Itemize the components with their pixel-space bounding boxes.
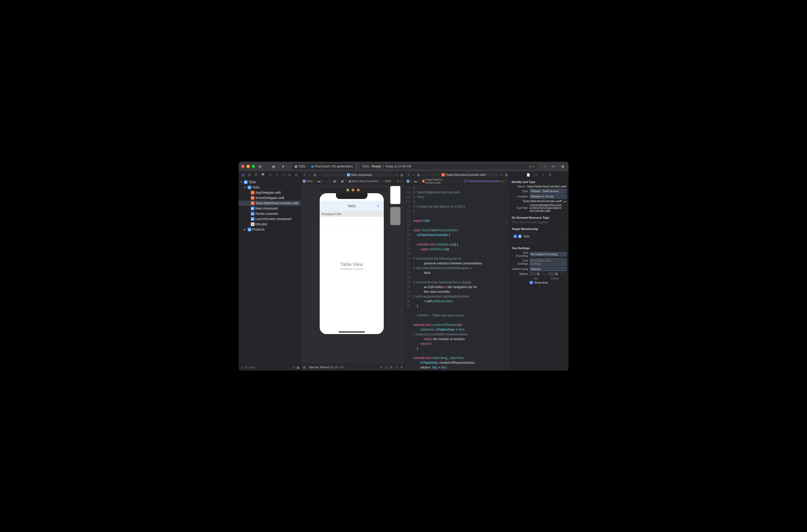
forward-icon[interactable]: › <box>426 173 427 177</box>
scheme-selector[interactable]: ▦ ToDo 〉 ▣ iPod touch (7th generation) <box>292 164 355 170</box>
embed-icon[interactable]: ⬇ <box>400 366 403 369</box>
code-review-icon[interactable]: ⇄ <box>550 164 557 169</box>
close-tab-icon[interactable]: ✕ <box>407 173 409 177</box>
library-button[interactable]: ＋ <box>541 164 548 169</box>
forward-icon[interactable]: › <box>322 173 323 177</box>
file-assets[interactable]: ▬Assets.xcassets <box>239 211 301 216</box>
close-tab-icon[interactable]: ✕ <box>303 173 306 177</box>
document-outline-minimap[interactable] <box>390 186 403 225</box>
tab-mainstoryboard[interactable]: ▦ Main.storyboard <box>325 173 393 176</box>
notch-icon <box>336 193 367 199</box>
jumpbar-left[interactable]: ▦ ToDo〉 ▬〉…〉▦〉▦〉 ▦ Root View Controller〉… <box>301 178 405 184</box>
titlebar: ◧ ▶ ■ ▦ ToDo 〉 ▣ iPod touch (7th generat… <box>239 162 569 172</box>
code-text[interactable]: // // TasksTableViewController.swift // … <box>412 184 498 370</box>
test-nav-icon[interactable]: ◇ <box>276 173 278 177</box>
expand-icon[interactable]: ⤢ <box>412 173 415 177</box>
debug-nav-icon[interactable]: ⬡ <box>282 173 285 177</box>
related-icon[interactable]: ▦ <box>417 173 420 177</box>
file-taskstable[interactable]: ⟡TasksTableViewController.swift <box>239 201 301 206</box>
encoding-select[interactable]: No Explicit Encoding⌃⌄ <box>530 252 566 256</box>
indent-select[interactable]: Spaces⌃⌄ <box>530 267 566 271</box>
ondemand-section: On Demand Resource Tags Only resources a… <box>510 214 569 226</box>
symbol-nav-icon[interactable]: ☰ <box>254 173 257 177</box>
find-nav-icon[interactable]: 🔍 <box>261 173 265 177</box>
tab-taskstable[interactable]: ⟡ TasksTableViewController.swift <box>429 173 498 176</box>
file-infoplist[interactable]: ≡Info.plist <box>239 222 301 227</box>
editor-opts-icon[interactable]: ≡ <box>396 173 397 177</box>
tabbar-left: ✕ ⤢ ▦ ‹ › ▦ Main.storyboard ≡ ◨ <box>301 172 405 178</box>
status-time: Today at 12:46 PM <box>385 165 411 168</box>
scm-icon[interactable]: ▣ <box>296 366 300 369</box>
navigator-selector: ▤ ⧉ ☰ 🔍 ⚠ ◇ ⬡ ➤ ☰ <box>239 172 301 178</box>
view-as-button[interactable]: View as: iPhone 11 (wC hR) <box>309 366 345 369</box>
attributes-inspector-icon[interactable]: ☰ <box>549 173 552 177</box>
stop-button[interactable]: ■ <box>280 164 287 169</box>
back-icon[interactable]: ‹ <box>319 173 320 177</box>
folder-todo[interactable]: ▼▬ToDo <box>239 185 301 190</box>
window-body: ▤ ⧉ ☰ 🔍 ⚠ ◇ ⬡ ➤ ☰ ▼▦ToDo ▼▬ToDo ⟡AppDele… <box>239 172 569 370</box>
home-indicator-icon <box>339 331 365 332</box>
folder-icon[interactable]: ▬ <box>563 200 566 203</box>
navigator: ▤ ⧉ ☰ 🔍 ⚠ ◇ ⬡ ➤ ☰ ▼▦ToDo ▼▬ToDo ⟡AppDele… <box>239 172 301 370</box>
project-navigator-icon[interactable]: ▤ <box>242 173 245 177</box>
help-inspector-icon[interactable]: ? <box>542 173 544 176</box>
ib-canvas[interactable]: ToDo ＋ Prototype Cells Table View Protot… <box>301 184 405 370</box>
report-nav-icon[interactable]: ☰ <box>295 173 298 177</box>
history-inspector-icon[interactable]: ◷ <box>535 173 538 177</box>
run-button[interactable]: ▶ <box>271 164 277 169</box>
warning-indicator[interactable]: ⚠ 1 <box>529 165 534 168</box>
filter-input[interactable] <box>249 366 291 369</box>
activity-view: ToDo: Ready | Today at 12:46 PM ⚠ 1 <box>359 164 537 169</box>
plus-icon[interactable]: ＋ <box>376 203 381 209</box>
file-scenedelegate[interactable]: ⟡SceneDelegate.swift <box>239 195 301 201</box>
folder-products[interactable]: ▶▬Products <box>239 227 301 232</box>
editor-opts-icon[interactable]: ≡ <box>500 173 502 177</box>
tab-width-input[interactable]: 4 <box>530 272 540 276</box>
scheme-device: iPod touch (7th generation) <box>315 165 353 168</box>
device-preview[interactable]: ToDo ＋ Prototype Cells Table View Protot… <box>319 193 384 335</box>
back-icon[interactable]: ‹ <box>422 173 423 177</box>
zoom-button[interactable] <box>252 165 255 168</box>
traffic-lights <box>241 165 255 168</box>
zoom-fit-icon[interactable]: ⊡ <box>385 366 387 369</box>
project-root[interactable]: ▼▦ToDo <box>239 179 301 185</box>
inspector-toggle-icon[interactable]: ◨ <box>559 164 566 169</box>
issue-nav-icon[interactable]: ⚠ <box>269 173 272 177</box>
wrap-checkbox[interactable]: ✓ <box>530 281 533 284</box>
recent-icon[interactable]: ◷ <box>292 366 295 369</box>
breakpoint-nav-icon[interactable]: ➤ <box>288 173 291 177</box>
file-appdelegate[interactable]: ⟡AppDelegate.swift <box>239 190 301 195</box>
close-button[interactable] <box>241 165 245 168</box>
file-mainstoryboard[interactable]: ▦Main.storyboard <box>239 206 301 211</box>
jumpbar-right[interactable]: ▦〉 ▬〉 ⟡ TasksTableVi…ntroller.swift〉 Ⓒ T… <box>405 178 510 184</box>
constraints-icon[interactable]: ⊞ <box>390 366 392 369</box>
lineendings-select[interactable]: No Explicit Line Endings⌃⌄ <box>530 259 566 266</box>
expand-icon[interactable]: ⤢ <box>308 173 311 177</box>
zoom-out-icon[interactable]: ⊖ <box>380 366 383 369</box>
status-app: ToDo: <box>362 165 370 168</box>
minimize-button[interactable] <box>247 165 250 168</box>
source-control-icon[interactable]: ⧉ <box>248 173 250 177</box>
mini-scene-1[interactable] <box>390 186 401 204</box>
code-editor[interactable]: 1 2 3 4 5 6 7 8 9 10 11 12 13 14 15 16 1… <box>405 184 510 370</box>
navigation-bar[interactable]: ToDo ＋ <box>320 201 384 212</box>
location-select[interactable]: Relative to Group⌃⌄ <box>530 194 566 198</box>
type-select[interactable]: Default - Swift Source⌃⌄ <box>530 189 566 193</box>
target-todo[interactable]: ✓ ▦ ToDo <box>514 234 565 239</box>
code-minimap[interactable] <box>498 184 510 370</box>
assist-icon[interactable]: ◨ <box>400 173 403 177</box>
outline-toggle-icon[interactable]: ◧ <box>303 366 306 369</box>
mini-scene-2[interactable] <box>390 207 401 225</box>
assist-icon[interactable]: ◨ <box>505 173 507 177</box>
reveal-icon[interactable]: → <box>563 206 566 209</box>
align-icon[interactable]: ◫ <box>395 366 398 369</box>
add-icon[interactable]: ＋ <box>240 365 244 370</box>
tab-opts-left: ≡ ◨ <box>393 173 405 177</box>
sidebar-toggle-icon[interactable]: ◧ <box>257 164 264 169</box>
indent-width-input[interactable]: 4 <box>548 272 559 276</box>
prototype-cell[interactable] <box>320 217 384 226</box>
file-inspector-icon[interactable]: 📄 <box>526 173 530 177</box>
file-launchscreen[interactable]: ▦LaunchScreen.storyboard <box>239 216 301 222</box>
checkbox-icon[interactable]: ✓ <box>514 235 517 238</box>
related-icon[interactable]: ▦ <box>313 173 316 177</box>
